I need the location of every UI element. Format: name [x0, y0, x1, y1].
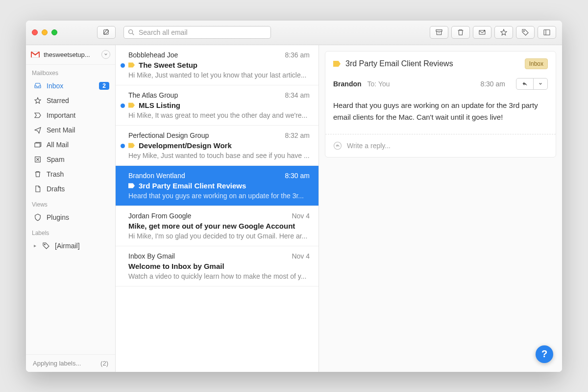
star-button[interactable]: [494, 26, 513, 39]
compose-icon: [102, 28, 110, 36]
svg-point-14: [44, 244, 45, 245]
sidebar-item-inbox[interactable]: Inbox 2: [26, 78, 115, 93]
help-button[interactable]: ?: [536, 345, 553, 363]
account-expand-button[interactable]: [101, 50, 110, 59]
message-from: Bobblehead Joe: [128, 51, 178, 59]
message-from: Jordan From Google: [128, 212, 191, 220]
layout-icon: [543, 28, 551, 36]
reply-button[interactable]: [516, 78, 534, 89]
drafts-icon: [34, 185, 42, 193]
sidebar-item-plugins[interactable]: Plugins: [26, 210, 115, 225]
gmail-icon: [31, 51, 40, 58]
message-item[interactable]: The Atlas Group8:34 am MLS Listing Hi Mi…: [116, 85, 318, 126]
message-preview: Hi Mike, I'm so glad you decided to try …: [128, 232, 310, 240]
account-row[interactable]: thesweetsetup...: [26, 45, 115, 65]
unread-dot-icon: [121, 63, 125, 68]
chevron-down-icon: [104, 52, 108, 56]
message-preview: Hi Mike, Just wanted to let you know tha…: [128, 71, 310, 79]
sidebar-item-important[interactable]: Important: [26, 108, 115, 123]
message-time: 8:36 am: [285, 51, 310, 59]
message-item[interactable]: Jordan From GoogleNov 4 Mike, get more o…: [116, 206, 318, 246]
reply-menu-button[interactable]: [534, 78, 547, 89]
sidebar-item-label: Spam: [47, 156, 109, 163]
message-item[interactable]: Perfectional Design Group8:32 am Develop…: [116, 126, 318, 166]
sidebar-item-allmail[interactable]: All Mail: [26, 137, 115, 152]
message-preview: Heard that you guys are working on an up…: [128, 192, 310, 200]
message-from: Brandon Wentland: [128, 172, 185, 180]
sidebar-item-label: Sent Mail: [47, 126, 109, 134]
message-item[interactable]: Inbox By GmailNov 4 Welcome to Inbox by …: [116, 246, 318, 287]
status-count: (2): [100, 360, 108, 367]
sidebar-item-trash[interactable]: Trash: [26, 167, 115, 182]
sidebar-item-starred[interactable]: Starred: [26, 93, 115, 108]
mailboxes-section-title: Mailboxes: [26, 65, 115, 78]
detail-body: Heard that you guys are working on an up…: [325, 97, 556, 134]
labels-section-title: Labels: [26, 225, 115, 238]
message-subject: Development/Design Work: [139, 141, 232, 150]
compose-button[interactable]: [97, 26, 116, 39]
label-icon: [128, 62, 135, 68]
traffic-lights: [32, 29, 57, 35]
svg-rect-8: [544, 30, 550, 35]
message-from: Inbox By Gmail: [128, 252, 175, 260]
message-subject: Welcome to Inbox by Gmail: [128, 262, 224, 270]
sidebar-item-airmail-label[interactable]: ▸ [Airmail]: [26, 238, 115, 253]
star-icon: [34, 97, 42, 105]
inbox-icon: [34, 82, 42, 90]
detail-to: To: You: [368, 80, 390, 88]
sent-icon: [34, 126, 42, 134]
reply-icon: [521, 81, 528, 87]
spam-icon: [34, 156, 42, 163]
account-name: thesweetsetup...: [44, 51, 98, 58]
sidebar-item-label: Drafts: [47, 185, 109, 193]
detail-meta: Brandon To: You 8:30 am: [325, 74, 556, 97]
tag-button[interactable]: [516, 26, 535, 39]
inbox-tag[interactable]: Inbox: [525, 58, 548, 69]
sidebar-item-label: Trash: [47, 170, 109, 178]
sidebar-item-label: [Airmail]: [55, 242, 109, 250]
minimize-window[interactable]: [42, 29, 48, 35]
search-wrap: [123, 26, 271, 39]
detail-pane: 3rd Party Email Client Reviews Inbox Bra…: [319, 45, 562, 372]
reply-button-group: [516, 78, 548, 90]
sidebar-item-label: All Mail: [47, 141, 109, 149]
delete-button[interactable]: [451, 26, 470, 39]
trash-icon: [457, 28, 465, 36]
label-icon: [128, 183, 135, 188]
allmail-icon: [34, 141, 42, 149]
titlebar: [26, 21, 562, 45]
label-icon: [333, 61, 341, 67]
sidebar-item-sent[interactable]: Sent Mail: [26, 123, 115, 137]
message-subject: 3rd Party Email Client Reviews: [139, 182, 246, 190]
unread-dot-icon: [121, 104, 125, 108]
detail-card: 3rd Party Email Client Reviews Inbox Bra…: [325, 51, 556, 157]
detail-from: Brandon: [333, 80, 362, 88]
reply-input[interactable]: Write a reply...: [325, 134, 556, 157]
sidebar-item-label: Plugins: [47, 213, 109, 221]
app-window: thesweetsetup... Mailboxes Inbox 2 Starr…: [26, 21, 562, 372]
message-subject: MLS Listing: [139, 101, 180, 109]
archive-button[interactable]: [430, 26, 448, 39]
mark-read-icon: [478, 28, 486, 36]
detail-header: 3rd Party Email Client Reviews Inbox: [325, 52, 556, 74]
message-item-selected[interactable]: Brandon Wentland8:30 am 3rd Party Email …: [116, 166, 318, 206]
detail-subject: 3rd Party Email Client Reviews: [345, 59, 520, 68]
search-input[interactable]: [123, 26, 271, 39]
important-icon: [34, 111, 42, 119]
disclosure-triangle-icon[interactable]: ▸: [34, 243, 36, 248]
svg-point-6: [484, 30, 485, 31]
reply-placeholder: Write a reply...: [347, 142, 391, 150]
svg-rect-3: [436, 30, 442, 31]
message-item[interactable]: Bobblehead Joe8:36 am The Sweet Setup Hi…: [116, 45, 318, 85]
svg-line-2: [132, 33, 134, 35]
sidebar-item-drafts[interactable]: Drafts: [26, 182, 115, 196]
sidebar-footer: Applying labels... (2): [26, 354, 115, 372]
sidebar-item-spam[interactable]: Spam: [26, 152, 115, 167]
zoom-window[interactable]: [51, 29, 57, 35]
close-window[interactable]: [32, 29, 38, 35]
search-icon: [127, 28, 135, 36]
message-time: 8:32 am: [285, 131, 310, 139]
views-section-title: Views: [26, 196, 115, 210]
mark-read-button[interactable]: [473, 26, 491, 39]
layout-button[interactable]: [538, 26, 556, 39]
